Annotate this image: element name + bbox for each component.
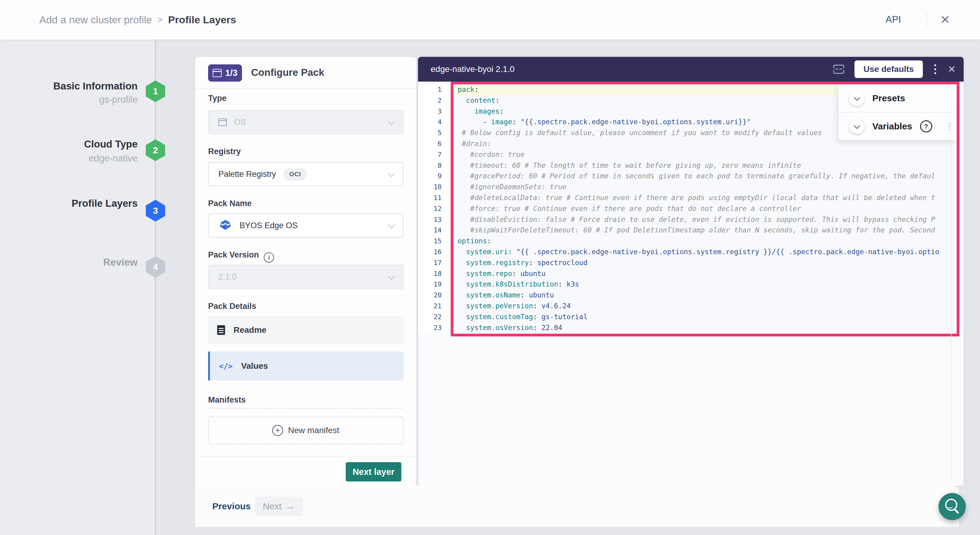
line-number: 21 <box>418 301 451 312</box>
configure-pack-title: Configure Pack <box>251 57 324 88</box>
line-number: 14 <box>418 225 451 236</box>
editor-actions: Use defaults ✕ <box>833 57 956 82</box>
help-icon[interactable]: ? <box>920 120 932 132</box>
code-line-8[interactable]: #timeout: 60 # The length of time to wai… <box>453 160 957 171</box>
editor-pack-title: edge-native-byoi 2.1.0 <box>431 57 514 82</box>
code-line-18[interactable]: system.repo: ubuntu <box>453 268 957 279</box>
line-number: 2 <box>418 95 451 106</box>
registry-select[interactable]: Palette Registry OCI <box>208 162 404 186</box>
code-line-9[interactable]: #gracePeriod: 60 # Period of time in sec… <box>453 171 957 182</box>
line-number: 16 <box>418 247 451 257</box>
code-line-10[interactable]: #ignoreDaemonSets: true <box>453 182 957 192</box>
magnifier-smile-icon <box>948 505 953 508</box>
magnifier-handle-icon <box>954 508 959 514</box>
line-number: 1 <box>418 84 451 95</box>
registry-label: Registry <box>208 147 241 156</box>
page-title: Profile Layers <box>168 14 236 26</box>
breadcrumb-parent-link[interactable]: Add a new cluster profile <box>39 14 152 26</box>
code-line-15[interactable]: options: <box>453 236 957 247</box>
chevron-down-icon <box>388 272 395 279</box>
close-icon[interactable]: ✕ <box>940 0 950 39</box>
stepper-item-profile-layers[interactable]: Profile Layers <box>18 198 138 209</box>
step-number-3: 3 <box>153 206 158 216</box>
editor-menu-kebab-icon[interactable] <box>933 63 937 75</box>
registry-value: Palette Registry <box>218 170 276 179</box>
stepper-item-basic-information[interactable]: Basic Information <box>18 80 138 92</box>
step-number-1: 1 <box>153 86 158 97</box>
code-line-11[interactable]: #deleteLocalData: true # Continue even i… <box>453 192 957 203</box>
line-number: 19 <box>418 279 451 290</box>
stepper-subtitle-basic-information: gs-profile <box>18 94 138 105</box>
line-number: 7 <box>418 149 451 160</box>
line-number: 6 <box>418 138 451 149</box>
diff-view-icon[interactable] <box>833 64 844 75</box>
code-line-7[interactable]: #cordon: true <box>453 149 957 160</box>
code-line-22[interactable]: system.customTag: gs-tutorial <box>453 312 957 322</box>
configure-pack-panel: 1/3 Configure Pack Type OS Registry Pale… <box>195 57 417 486</box>
code-line-20[interactable]: system.osName: ubuntu <box>453 290 957 301</box>
pack-details-label: Pack Details <box>208 302 256 311</box>
header-divider <box>926 13 927 27</box>
code-line-13[interactable]: #disableEviction: false # Force drain to… <box>453 214 957 225</box>
previous-button[interactable]: Previous <box>212 486 251 527</box>
form-footer-divider <box>195 456 417 456</box>
pack-step-counter: 1/3 <box>225 68 237 78</box>
variables-collapse-chevron-icon[interactable] <box>850 119 864 134</box>
line-number: 5 <box>418 127 451 138</box>
stepper-subtitle-cloud-type: edge-native <box>18 153 138 164</box>
line-number: 17 <box>418 257 451 268</box>
chevron-down-icon <box>388 221 395 228</box>
pack-name-select[interactable]: BYOS Edge OS <box>208 213 404 238</box>
tab-readme[interactable]: Readme <box>208 316 404 344</box>
info-icon[interactable]: i <box>264 252 274 263</box>
stepper-item-cloud-type[interactable]: Cloud Type <box>18 138 138 150</box>
code-line-19[interactable]: system.k8sDistribution: k3s <box>453 279 957 290</box>
code-line-12[interactable]: #force: true # Continue even if there ar… <box>453 203 957 214</box>
new-manifest-button[interactable]: + New manifest <box>208 416 404 445</box>
pack-name-value: BYOS Edge OS <box>240 221 298 230</box>
stepper-sidebar <box>0 39 155 535</box>
configure-pack-header: 1/3 Configure Pack <box>195 57 417 89</box>
line-number: 8 <box>418 160 451 171</box>
type-select: OS <box>208 110 404 134</box>
presets-collapse-chevron-icon[interactable] <box>850 90 864 106</box>
search-help-fab[interactable] <box>939 493 966 520</box>
readme-tab-label: Readme <box>234 325 266 335</box>
api-link[interactable]: API <box>886 0 901 39</box>
spectro-cloud-pack-logo-icon <box>218 219 232 232</box>
next-button-label: Next <box>263 501 282 511</box>
line-number: 23 <box>418 322 451 333</box>
code-line-17[interactable]: system.registry: spectrocloud <box>453 257 957 268</box>
next-button[interactable]: Next → <box>255 497 303 516</box>
editor-close-icon[interactable]: ✕ <box>948 64 956 75</box>
presets-label: Presets <box>872 93 905 103</box>
pack-version-select: 2.1.0 <box>208 265 404 289</box>
breadcrumb-separator-icon: > <box>157 14 163 25</box>
code-line-14[interactable]: #skipWaitForDeleteTimeout: 60 # If pod D… <box>453 225 957 236</box>
pack-version-value: 2.1.0 <box>218 272 237 282</box>
line-number: 9 <box>418 171 451 182</box>
editor-scrollbar[interactable] <box>951 142 951 480</box>
step-number-4: 4 <box>153 262 158 272</box>
tab-values[interactable]: </> Values <box>208 351 404 381</box>
step-number-2: 2 <box>153 145 158 156</box>
stepper-item-review[interactable]: Review <box>18 257 138 268</box>
variables-section[interactable]: Variables ? <box>838 113 956 140</box>
document-icon <box>217 325 225 335</box>
line-number: 18 <box>418 268 451 279</box>
line-number: 15 <box>418 236 451 247</box>
type-value: OS <box>234 117 246 127</box>
code-line-23[interactable]: system.osVersion: 22.04 <box>453 322 957 333</box>
variables-menu-kebab-icon[interactable] <box>948 122 951 132</box>
manifests-label: Manifests <box>208 395 246 405</box>
code-line-16[interactable]: system.uri: "{{ .spectro.pack.edge-nativ… <box>453 247 957 257</box>
next-layer-button[interactable]: Next layer <box>346 462 401 481</box>
presets-section[interactable]: Presets <box>838 84 956 112</box>
code-line-21[interactable]: system.peVersion: v4.6.24 <box>453 301 957 312</box>
wizard-footer-bar: Previous Next → <box>195 486 959 527</box>
pack-step-counter-badge: 1/3 <box>208 64 242 82</box>
top-header-bar: Add a new cluster profile > Profile Laye… <box>0 0 980 40</box>
line-number-gutter: 1234567891011121314151617181920212223 <box>418 84 451 333</box>
use-defaults-button[interactable]: Use defaults <box>854 60 923 78</box>
line-number: 3 <box>418 106 451 117</box>
